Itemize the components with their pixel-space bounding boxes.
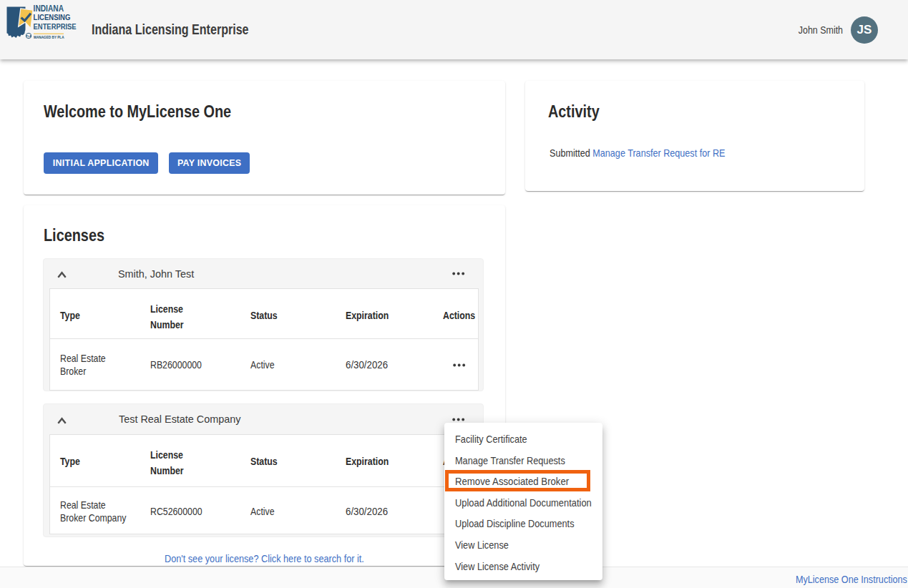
svg-text:LICENSING: LICENSING xyxy=(34,13,71,21)
svg-text:PLA: PLA xyxy=(26,35,31,38)
svg-text:ENTERPRISE: ENTERPRISE xyxy=(34,23,77,31)
svg-text:MANAGED BY PLA: MANAGED BY PLA xyxy=(34,36,64,39)
